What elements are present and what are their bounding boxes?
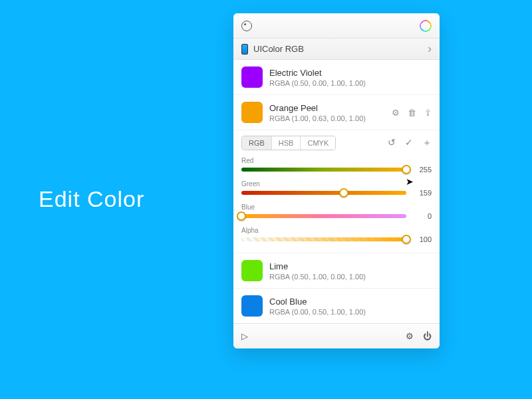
slider-label: Blue [241, 203, 432, 211]
slider-track[interactable] [241, 237, 406, 241]
slider-value[interactable]: 100 [413, 235, 432, 243]
color-code: RGBA (0.50, 0.00, 1.00, 1.00) [269, 79, 366, 87]
gear-icon[interactable]: ⚙ [406, 331, 414, 341]
slider-label: Red [241, 157, 432, 164]
slider-thumb[interactable] [339, 188, 348, 198]
slider-track[interactable] [241, 168, 406, 172]
slider-value[interactable]: 159 [413, 189, 432, 197]
color-code: RGBA (1.00, 0.63, 0.00, 1.00) [269, 114, 366, 122]
device-icon [241, 44, 248, 55]
mode-hsb[interactable]: HSB [272, 136, 301, 150]
slider-blue: Blue 0 [241, 203, 432, 220]
color-wheel-icon[interactable] [420, 20, 432, 32]
page-title: Edit Color [39, 186, 144, 212]
add-icon[interactable]: ＋ [422, 137, 432, 149]
adjust-icon[interactable]: ⚙ [392, 108, 400, 118]
color-code: RGBA (0.50, 1.00, 0.00, 1.00) [269, 273, 366, 281]
slider-red: Red 255 [241, 157, 432, 174]
slider-label: Green [241, 180, 432, 188]
color-row[interactable]: Electric Violet RGBA (0.50, 0.00, 1.00, … [233, 60, 440, 95]
color-swatch [241, 260, 263, 281]
slider-value[interactable]: 0 [413, 212, 432, 220]
color-row-selected[interactable]: Orange Peel RGBA (1.00, 0.63, 0.00, 1.00… [233, 95, 440, 130]
panel-header [233, 13, 440, 39]
panel-footer: ▷ ⚙ ⏻ [233, 323, 440, 348]
mode-rgb[interactable]: RGB [242, 136, 272, 150]
trash-icon[interactable]: 🗑 [408, 108, 416, 118]
slider-alpha: Alpha 100 [241, 227, 432, 243]
power-icon[interactable]: ⏻ [423, 331, 432, 341]
slider-green: Green 159 [241, 180, 432, 197]
share-icon[interactable]: ⇪ [424, 108, 432, 118]
color-editor: RGB HSB CMYK ↺ ✓ ＋ Red 255 Green [233, 130, 440, 253]
slider-label: Alpha [241, 227, 432, 234]
mode-segmented: RGB HSB CMYK [241, 136, 336, 150]
tag-icon[interactable]: ▷ [241, 331, 248, 341]
eyedropper-icon[interactable] [241, 21, 252, 31]
color-name: Orange Peel [269, 103, 366, 113]
confirm-icon[interactable]: ✓ [405, 137, 413, 149]
format-selector[interactable]: UIColor RGB › [233, 39, 440, 60]
chevron-right-icon: › [428, 42, 432, 56]
color-name: Cool Blue [269, 297, 366, 307]
slider-track[interactable] [241, 214, 406, 218]
color-code: RGBA (0.00, 0.50, 1.00, 1.00) [269, 308, 366, 316]
slider-thumb[interactable] [237, 211, 246, 221]
color-panel: UIColor RGB › Electric Violet RGBA (0.50… [233, 13, 440, 348]
mode-cmyk[interactable]: CMYK [301, 136, 335, 150]
slider-track[interactable] [241, 191, 406, 195]
slider-thumb[interactable] [402, 165, 411, 174]
color-row[interactable]: Cool Blue RGBA (0.00, 0.50, 1.00, 1.00) [233, 289, 440, 323]
color-swatch [241, 66, 263, 88]
format-label: UIColor RGB [253, 44, 304, 54]
color-swatch [241, 295, 263, 317]
color-name: Electric Violet [269, 68, 366, 78]
reset-icon[interactable]: ↺ [388, 137, 396, 149]
slider-value[interactable]: 255 [413, 166, 432, 174]
color-swatch [241, 102, 263, 123]
slider-thumb[interactable] [402, 235, 411, 244]
color-row[interactable]: Lime RGBA (0.50, 1.00, 0.00, 1.00) [233, 253, 440, 289]
color-name: Lime [269, 261, 366, 271]
